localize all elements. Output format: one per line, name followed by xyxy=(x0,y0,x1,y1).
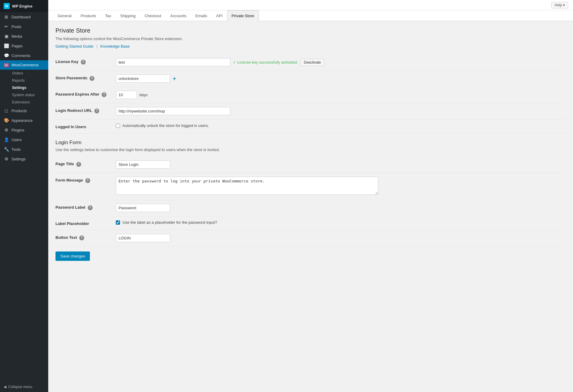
comments-icon: 💬 xyxy=(4,53,9,58)
logged-in-users-checkbox-label: Automatically unlock the store for logge… xyxy=(122,123,209,128)
sidebar-item-label: Users xyxy=(11,138,22,142)
tab-accounts[interactable]: Accounts xyxy=(166,10,191,21)
page-title-help-icon[interactable]: ? xyxy=(76,162,81,167)
page-title-field xyxy=(116,157,566,173)
store-passwords-field: + xyxy=(116,71,566,87)
login-redirect-row: Login Redirect URL ? xyxy=(55,103,566,120)
logged-in-users-checkbox[interactable] xyxy=(116,124,120,128)
license-key-success: ✓ License key successfully activated. xyxy=(233,60,298,65)
password-label-field xyxy=(116,200,566,217)
password-label-help-icon[interactable]: ? xyxy=(88,205,93,210)
store-passwords-help-icon[interactable]: ? xyxy=(90,76,94,81)
login-form-title: Login Form xyxy=(55,140,566,146)
form-message-row: Form Message ? Enter the password to log… xyxy=(55,173,566,200)
button-text-help-icon[interactable]: ? xyxy=(79,236,84,240)
sidebar-logo-label: WP Engine xyxy=(12,4,33,8)
login-form-description: Use the settings below to customise the … xyxy=(55,147,566,152)
sidebar-sub-settings[interactable]: Settings xyxy=(8,84,48,91)
form-message-field: Enter the password to log into your priv… xyxy=(116,173,566,200)
password-label-field-label: Password Label ? xyxy=(55,200,116,217)
tab-tax[interactable]: Tax xyxy=(101,10,116,21)
logged-in-users-row: Logged In Users Automatically unlock the… xyxy=(55,120,566,134)
help-button[interactable]: Help ▾ xyxy=(551,2,568,8)
sidebar-item-tools[interactable]: 🔧 Tools xyxy=(0,144,48,154)
dashboard-icon: ⊞ xyxy=(4,14,9,19)
sidebar-item-woocommerce[interactable]: W WooCommerce xyxy=(0,60,48,70)
woocommerce-submenu: Orders Reports Settings System status Ex… xyxy=(0,70,48,106)
page-title-input[interactable] xyxy=(116,160,170,169)
password-expires-help-icon[interactable]: ? xyxy=(102,92,106,97)
sidebar-logo[interactable]: W WP Engine xyxy=(0,0,48,12)
password-expires-input[interactable] xyxy=(116,91,137,99)
collapse-menu[interactable]: ◀ Collapse menu xyxy=(0,382,48,392)
button-text-field xyxy=(116,230,566,247)
license-key-row: License Key ? ✓ License key successfully… xyxy=(55,55,566,71)
collapse-label: Collapse menu xyxy=(8,385,32,389)
page-title-row: Page Title ? xyxy=(55,157,566,173)
sidebar-item-label: Dashboard xyxy=(11,15,31,19)
users-icon: 👤 xyxy=(4,137,9,142)
login-redirect-help-icon[interactable]: ? xyxy=(94,109,99,113)
sidebar-item-appearance[interactable]: 🎨 Appearance xyxy=(0,115,48,125)
license-key-label: License Key ? xyxy=(55,55,116,71)
page-title: Private Store xyxy=(55,27,566,34)
page-content: Private Store The following options cont… xyxy=(48,21,573,392)
sidebar-item-products[interactable]: ◻ Products xyxy=(0,106,48,115)
label-placeholder-row: Label Placeholder Use the label as a pla… xyxy=(55,217,566,230)
getting-started-link[interactable]: Getting Started Guide xyxy=(55,44,93,49)
password-label-input[interactable] xyxy=(116,204,170,212)
section-links: Getting Started Guide | Knowledge Base xyxy=(55,44,566,49)
tools-icon: 🔧 xyxy=(4,147,9,152)
sidebar-item-media[interactable]: ▣ Media xyxy=(0,31,48,41)
add-password-button[interactable]: + xyxy=(173,75,176,82)
woocommerce-icon: W xyxy=(4,63,9,67)
tab-general[interactable]: General xyxy=(53,10,76,21)
sidebar-item-settings[interactable]: ⚙ Settings xyxy=(0,154,48,164)
label-placeholder-field: Use the label as a placeholder for the p… xyxy=(116,217,566,230)
form-message-textarea[interactable]: Enter the password to log into your priv… xyxy=(116,177,378,195)
topbar: Help ▾ xyxy=(48,0,573,10)
logged-in-users-label: Logged In Users xyxy=(55,120,116,134)
button-text-input[interactable] xyxy=(116,234,170,242)
sidebar-item-users[interactable]: 👤 Users xyxy=(0,135,48,144)
media-icon: ▣ xyxy=(4,34,9,39)
deactivate-button[interactable]: Deactivate xyxy=(300,59,324,66)
sidebar-sub-orders[interactable]: Orders xyxy=(8,70,48,77)
login-redirect-label: Login Redirect URL ? xyxy=(55,103,116,120)
license-key-row-inner: ✓ License key successfully activated. De… xyxy=(116,58,566,66)
store-passwords-row-inner: + xyxy=(116,74,566,83)
sidebar-item-label: Media xyxy=(11,34,22,39)
license-key-field: ✓ License key successfully activated. De… xyxy=(116,55,566,71)
tab-products[interactable]: Products xyxy=(76,10,100,21)
sidebar-sub-extensions[interactable]: Extensions xyxy=(8,99,48,106)
tab-emails[interactable]: Emails xyxy=(191,10,212,21)
tab-shipping[interactable]: Shipping xyxy=(116,10,140,21)
form-message-help-icon[interactable]: ? xyxy=(85,178,90,183)
password-label-row: Password Label ? xyxy=(55,200,566,217)
license-key-help-icon[interactable]: ? xyxy=(81,60,86,65)
tab-private-store[interactable]: Private Store xyxy=(227,10,259,21)
sidebar-item-pages[interactable]: ⬜ Pages xyxy=(0,41,48,51)
pages-icon: ⬜ xyxy=(4,43,9,48)
sidebar-sub-system-status[interactable]: System status xyxy=(8,91,48,99)
label-placeholder-checkbox[interactable] xyxy=(116,220,120,225)
store-password-input[interactable] xyxy=(116,74,170,83)
sidebar-item-plugins[interactable]: ⚙ Plugins xyxy=(0,125,48,135)
tab-api[interactable]: API xyxy=(212,10,227,21)
tab-checkout[interactable]: Checkout xyxy=(140,10,166,21)
label-placeholder-checkbox-label: Use the label as a placeholder for the p… xyxy=(122,220,217,225)
link-separator: | xyxy=(96,44,97,49)
save-changes-button[interactable]: Save changes xyxy=(55,251,90,261)
button-text-row: Button Text ? xyxy=(55,230,566,247)
sidebar-item-dashboard[interactable]: ⊞ Dashboard xyxy=(0,12,48,22)
sidebar-item-posts[interactable]: ✏ Posts xyxy=(0,22,48,31)
appearance-icon: 🎨 xyxy=(4,118,9,123)
sidebar-item-label: Comments xyxy=(11,53,30,58)
sidebar-item-label: Products xyxy=(11,109,27,113)
login-redirect-input[interactable] xyxy=(116,107,230,115)
sidebar-sub-reports[interactable]: Reports xyxy=(8,77,48,84)
sidebar-item-label: Settings xyxy=(11,157,26,161)
knowledge-base-link[interactable]: Knowledge Base xyxy=(100,44,130,49)
sidebar-item-comments[interactable]: 💬 Comments xyxy=(0,51,48,60)
license-key-input[interactable] xyxy=(116,58,230,66)
